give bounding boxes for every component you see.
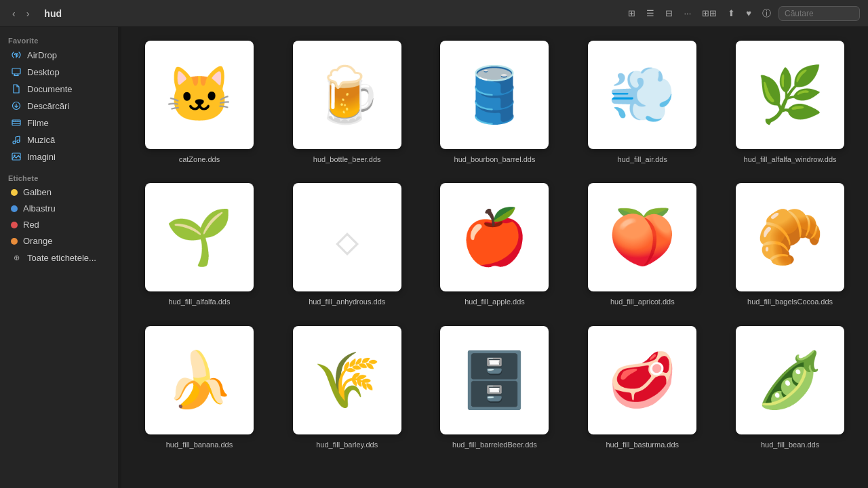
file-item-f6[interactable]: 🌱hud_fill_alfalfa.dds — [132, 180, 267, 309]
main-layout: Favorite AirDrop — [0, 27, 868, 488]
search-input[interactable] — [778, 6, 860, 21]
file-name: hud_bottle_beer.dds — [313, 155, 381, 164]
file-name: hud_fill_barley.dds — [316, 440, 378, 449]
file-thumbnail: 🐱 — [145, 41, 254, 149]
view-more-button[interactable]: ··· — [680, 6, 694, 20]
sidebar-item-galben[interactable]: Galben — [3, 184, 115, 200]
file-icon: 💨 — [608, 68, 676, 122]
file-item-f2[interactable]: 🍺hud_bottle_beer.dds — [280, 38, 414, 167]
sidebar-item-toate[interactable]: ⊕ Toate etichetele... — [3, 249, 115, 266]
file-icon: 🛢️ — [460, 68, 528, 122]
forward-button[interactable]: › — [22, 5, 34, 22]
view-columns-button[interactable]: ⊟ — [662, 6, 676, 20]
sidebar-item-descarcari[interactable]: Descărcări — [3, 98, 115, 114]
file-name: hud_fill_basturma.dds — [606, 440, 679, 449]
file-item-f3[interactable]: 🛢️hud_bourbon_barrel.dds — [428, 38, 562, 167]
sidebar-item-airdrop[interactable]: AirDrop — [3, 47, 115, 63]
file-item-f10[interactable]: 🥐hud_fill_bagelsCocoa.dds — [723, 180, 857, 309]
file-item-f9[interactable]: 🍑hud_fill_apricot.dds — [575, 180, 709, 309]
file-name: hud_fill_bagelsCocoa.dds — [747, 297, 833, 306]
documente-icon — [11, 83, 22, 94]
file-thumbnail: 🫛 — [736, 326, 844, 434]
view-icons-button[interactable]: ⊞ — [625, 6, 639, 20]
svg-rect-2 — [12, 68, 20, 74]
file-name: hud_fill_air.dds — [618, 155, 667, 164]
file-icon: 🥐 — [756, 210, 824, 264]
file-thumbnail: 🌱 — [145, 183, 254, 291]
red-dot — [11, 222, 18, 228]
file-icon: 🌾 — [313, 353, 381, 407]
svg-line-18 — [16, 136, 20, 137]
airdrop-label: AirDrop — [27, 50, 57, 60]
muzica-icon — [11, 134, 22, 145]
file-icon: 🗄️ — [460, 353, 528, 407]
file-thumbnail: 🥐 — [736, 183, 844, 291]
toolbar-right: ⊞ ☰ ⊟ ··· ⊞⊞ ⬆ ♥ ⓘ — [625, 5, 860, 22]
file-icon: ⬦ — [331, 210, 363, 264]
galben-label: Galben — [23, 187, 52, 197]
file-name: catZone.dds — [179, 155, 220, 164]
file-item-f1[interactable]: 🐱catZone.dds — [132, 38, 267, 167]
file-icon: 🌱 — [165, 210, 233, 264]
desktop-icon — [11, 66, 22, 77]
orange-label: Orange — [23, 236, 52, 246]
file-item-f11[interactable]: 🍌hud_fill_banana.dds — [132, 323, 267, 452]
file-content: 🐱catZone.dds🍺hud_bottle_beer.dds🛢️hud_bo… — [121, 27, 868, 488]
documente-label: Documente — [27, 84, 72, 94]
nav-buttons: ‹ › — [8, 5, 33, 22]
sidebar-item-filme[interactable]: Filme — [3, 115, 115, 131]
view-gallery-button[interactable]: ⊞⊞ — [698, 6, 720, 20]
file-icon: 🍺 — [313, 68, 381, 122]
filme-label: Filme — [27, 118, 49, 128]
view-list-button[interactable]: ☰ — [643, 6, 658, 20]
sidebar-item-albastru[interactable]: Albastru — [3, 201, 115, 216]
file-icon: 🍎 — [460, 210, 528, 264]
sidebar-item-orange[interactable]: Orange — [3, 233, 115, 249]
file-item-f12[interactable]: 🌾hud_fill_barley.dds — [280, 323, 414, 452]
toate-icon: ⊕ — [11, 252, 22, 263]
albastru-dot — [11, 205, 18, 212]
file-icon: 🍑 — [608, 210, 676, 264]
file-name: hud_fill_apricot.dds — [610, 297, 675, 306]
descarcari-icon — [11, 100, 22, 111]
orange-dot — [11, 238, 18, 245]
file-thumbnail: 🌾 — [293, 326, 401, 434]
file-icon: 🥩 — [608, 353, 676, 407]
sidebar-item-muzica[interactable]: Muzică — [3, 131, 115, 148]
file-thumbnail: 🌿 — [736, 41, 844, 149]
file-item-f13[interactable]: 🗄️hud_fill_barreledBeer.dds — [428, 323, 562, 452]
file-item-f14[interactable]: 🥩hud_fill_basturma.dds — [575, 323, 709, 452]
toolbar-title: hud — [44, 8, 62, 19]
sidebar-item-imagini[interactable]: Imagini — [3, 148, 115, 165]
sidebar-item-documente[interactable]: Documente — [3, 81, 115, 97]
svg-rect-8 — [12, 120, 20, 125]
svg-point-14 — [13, 141, 16, 144]
file-item-f5[interactable]: 🌿hud_fill_alfalfa_windrow.dds — [723, 38, 857, 167]
info-button[interactable]: ⓘ — [759, 5, 774, 22]
file-item-f15[interactable]: 🫛hud_fill_bean.dds — [723, 323, 857, 452]
albastru-label: Albastru — [23, 203, 56, 214]
file-item-f8[interactable]: 🍎hud_fill_apple.dds — [428, 180, 562, 309]
airdrop-icon — [11, 49, 22, 60]
sidebar-item-desktop[interactable]: Desktop — [3, 64, 115, 80]
sidebar-item-red[interactable]: Red — [3, 217, 115, 232]
file-name: hud_fill_bean.dds — [761, 440, 819, 449]
file-item-f7[interactable]: ⬦hud_fill_anhydrous.dds — [280, 180, 414, 309]
etichete-label: Etichete — [0, 170, 118, 184]
back-button[interactable]: ‹ — [8, 5, 20, 22]
file-icon: 🍌 — [165, 353, 233, 407]
file-icon: 🌿 — [756, 68, 824, 122]
tag-button[interactable]: ♥ — [743, 6, 755, 20]
desktop-label: Desktop — [27, 67, 60, 77]
favorites-label: Favorite — [0, 33, 118, 46]
share-button[interactable]: ⬆ — [724, 6, 738, 20]
galben-dot — [11, 189, 18, 196]
filme-icon — [11, 117, 22, 128]
red-label: Red — [23, 220, 39, 230]
sidebar: Favorite AirDrop — [0, 27, 119, 488]
file-name: hud_fill_barreledBeer.dds — [452, 440, 537, 449]
descarcari-label: Descărcări — [27, 101, 69, 111]
file-icon: 🫛 — [756, 353, 824, 407]
file-item-f4[interactable]: 💨hud_fill_air.dds — [575, 38, 709, 167]
imagini-label: Imagini — [27, 152, 56, 162]
